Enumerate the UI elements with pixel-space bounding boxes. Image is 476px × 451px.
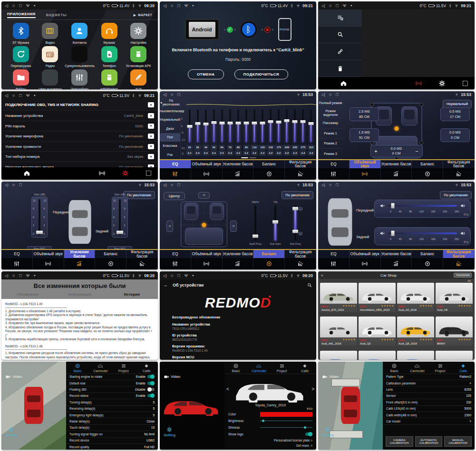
- app-icon[interactable]: [42, 69, 58, 86]
- preset-custom[interactable]: Пользовательские: [160, 107, 180, 115]
- eq-band-slider[interactable]: [275, 109, 283, 142]
- preset-jazz[interactable]: Джаз: [160, 124, 180, 133]
- tab-calib[interactable]: Calib: [135, 363, 158, 373]
- arrow-left-button[interactable]: ˂: [166, 221, 173, 232]
- brightness-row[interactable]: Brightness: [228, 418, 312, 424]
- bass-boost-icon[interactable]: [223, 168, 254, 180]
- tab-bass-boost[interactable]: Усиление басов: [223, 160, 254, 168]
- settings-row[interactable]: Calib width(AB in mm) 2300: [383, 412, 475, 418]
- surround-icon[interactable]: [191, 258, 223, 269]
- bass-filter-icon[interactable]: [285, 258, 316, 269]
- preset-rock[interactable]: Рок: [160, 150, 180, 159]
- tab-bass-filter[interactable]: Фильтрация басов: [285, 160, 316, 168]
- recents-icon[interactable]: □: [19, 182, 21, 187]
- about-field[interactable]: Беспроводное обновление: [160, 314, 316, 321]
- car-card[interactable]: ★★★★★ V30.0 Audi_A8L_2018: [320, 317, 357, 346]
- setting-label[interactable]: Setting: [164, 427, 175, 437]
- color-row[interactable]: Color: [228, 411, 312, 418]
- car-card[interactable]: ★★★★★ V30.0 Aeolus_E70_2022: [320, 283, 357, 312]
- home-circle-icon[interactable]: ○: [171, 3, 173, 8]
- market-link[interactable]: ▶ МАРКЕТ: [134, 13, 152, 17]
- delay-front-left[interactable]: 2.5 MS85 CM: [350, 107, 379, 121]
- recents-icon[interactable]: □: [177, 92, 180, 97]
- toggle[interactable]: [305, 432, 312, 436]
- home-circle-icon[interactable]: ○: [171, 273, 173, 278]
- car-preview-3d[interactable]: Video Setting: [160, 362, 224, 450]
- surround-icon[interactable]: [33, 258, 64, 269]
- settings-row[interactable]: Default rear Enable: [66, 380, 158, 386]
- settings-row[interactable]: Turning signal trigger on No limit: [66, 431, 158, 437]
- recents-icon[interactable]: □: [336, 92, 338, 97]
- mode-item[interactable]: Режим 3: [318, 149, 343, 159]
- home-circle-icon[interactable]: ○: [12, 93, 15, 98]
- tab-eq[interactable]: EQ: [160, 160, 191, 168]
- gear-icon[interactable]: [438, 80, 446, 87]
- about-field[interactable]: Название устройстваTS10-CPU-UMS512: [160, 321, 316, 332]
- tab-bass-boost[interactable]: Усиление басов: [223, 250, 254, 258]
- settings-row[interactable]: Starting engine to rotate Enable: [66, 374, 158, 380]
- tab-carmodel[interactable]: Carmodel: [247, 363, 270, 373]
- home-circle-icon[interactable]: ○: [12, 3, 15, 8]
- tab-eq[interactable]: EQ: [318, 160, 350, 168]
- playlist-edit-button[interactable]: [318, 10, 362, 27]
- bass-boost-icon[interactable]: [64, 258, 96, 269]
- tab-bass-filter[interactable]: Фильтрация басов: [285, 250, 316, 258]
- listening-position-dot[interactable]: [394, 126, 398, 131]
- dropdown-button[interactable]: ▼: [148, 102, 154, 107]
- bass-filter-icon[interactable]: [443, 258, 475, 269]
- search-button[interactable]: [318, 27, 362, 44]
- app-shortcut[interactable]: Эквалайзер: [65, 69, 94, 89]
- tab-eq[interactable]: EQ: [318, 250, 350, 258]
- frame-icon[interactable]: [145, 170, 152, 177]
- tab-surround[interactable]: Объёмный звук: [33, 250, 64, 258]
- app-shortcut[interactable]: Музыка: [95, 23, 124, 44]
- car-card[interactable]: ★★★★★ V30.0 Audi_A8: [436, 283, 473, 312]
- bass-filter-icon[interactable]: [126, 258, 158, 269]
- cancel-button[interactable]: ОТМЕНА: [188, 69, 224, 79]
- mode-item[interactable]: Пассажир: [318, 118, 343, 128]
- profile-button[interactable]: Нормальный: [443, 100, 472, 108]
- app-shortcut[interactable]: Перезагрузка: [6, 46, 36, 67]
- app-icon[interactable]: [71, 46, 87, 62]
- settings-row[interactable]: Усиление микрофона По умолчанию ▼: [1, 131, 158, 141]
- balance-icon[interactable]: [253, 168, 285, 180]
- front-filter-slider[interactable]: 04080120160200250 (Гц): [374, 200, 471, 218]
- app-shortcut[interactable]: Файлы: [6, 69, 36, 89]
- home-circle-icon[interactable]: ○: [171, 182, 173, 187]
- prev-model-button[interactable]: <: [226, 386, 229, 392]
- tab-balance[interactable]: Баланс: [412, 250, 443, 258]
- plus-button[interactable]: +: [371, 148, 381, 154]
- tab-project[interactable]: Project: [429, 363, 452, 373]
- app-shortcut[interactable]: Видео: [36, 23, 65, 44]
- rear-filter-slider[interactable]: 04080120160200250 (Гц): [374, 227, 471, 245]
- eq-icon[interactable]: [160, 258, 191, 269]
- eq-band-slider[interactable]: [226, 109, 234, 142]
- app-icon[interactable]: [71, 69, 87, 86]
- settings-row[interactable]: Sensor 225: [383, 393, 475, 399]
- surround-icon[interactable]: [350, 168, 381, 180]
- tab-calib[interactable]: Calib: [452, 363, 475, 373]
- app-shortcut[interactable]: Контакты: [65, 23, 94, 44]
- app-icon[interactable]: [42, 46, 58, 62]
- toggle[interactable]: [147, 382, 155, 385]
- filter-all[interactable]: All: [318, 279, 475, 283]
- eq-band-slider[interactable]: [251, 109, 259, 142]
- car-card[interactable]: ★★★★★ V30.0 Audi_Q5: [359, 317, 396, 346]
- eq-band-slider[interactable]: [283, 109, 291, 142]
- recents-icon[interactable]: □: [19, 3, 21, 8]
- tab-basic[interactable]: Basic: [66, 363, 89, 373]
- bass-boost-icon[interactable]: [223, 258, 254, 269]
- app-icon[interactable]: [13, 69, 29, 86]
- settings-row[interactable]: Turning delay(s) 5: [66, 399, 158, 405]
- connect-button[interactable]: ПОДКЛЮЧИТЬСЯ: [234, 69, 289, 79]
- about-field[interactable]: ID устройства860110101201776: [160, 332, 316, 343]
- surround-icon[interactable]: [191, 168, 223, 180]
- app-icon[interactable]: [13, 46, 29, 62]
- dropdown-button[interactable]: ▼: [148, 113, 154, 118]
- dropdown-button[interactable]: ▼: [148, 124, 154, 129]
- settings-row[interactable]: PIN пароль 0000 ▼: [1, 121, 158, 131]
- car-card-partial[interactable]: [436, 351, 473, 360]
- back-icon[interactable]: ◁: [321, 3, 325, 8]
- tab-surround[interactable]: Объёмный звук: [350, 250, 381, 258]
- balance-icon[interactable]: [95, 258, 126, 269]
